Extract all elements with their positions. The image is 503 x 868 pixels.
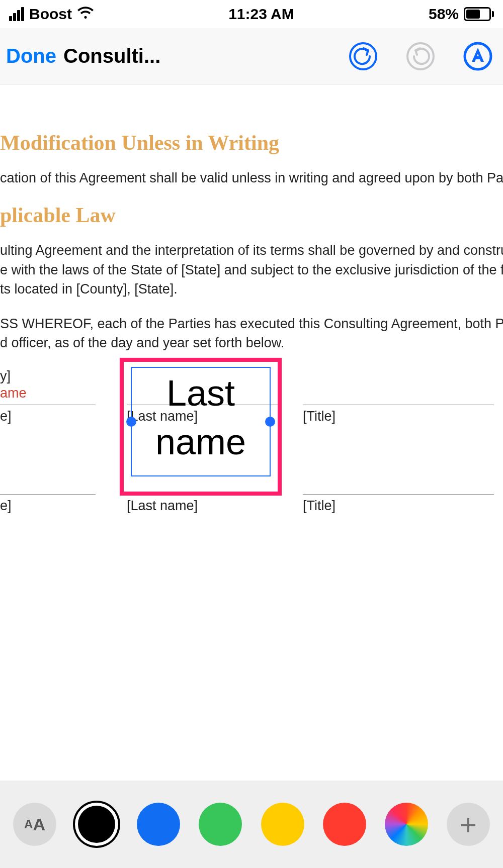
signature-field-label: e] xyxy=(0,498,12,514)
color-swatch-custom[interactable] xyxy=(385,803,428,846)
body-text: SS WHEREOF, each of the Parties has exec… xyxy=(0,315,503,333)
undo-button[interactable] xyxy=(348,41,378,71)
status-left: Boost xyxy=(9,6,94,23)
battery-pct: 58% xyxy=(429,6,459,23)
document-canvas[interactable]: Modification Unless in Writing cation of… xyxy=(0,84,503,781)
textbox-content[interactable]: Last name xyxy=(133,369,269,466)
add-annotation-button[interactable]: + xyxy=(447,803,490,846)
signature-line xyxy=(303,494,494,495)
color-swatch-red[interactable] xyxy=(323,803,366,846)
signal-icon xyxy=(9,7,24,21)
body-text: ts located in [County], [State]. xyxy=(0,280,503,298)
editor-toolbar: Done Consulti... xyxy=(0,28,503,84)
text-style-button[interactable]: AA xyxy=(13,803,56,846)
document-title[interactable]: Consulti... xyxy=(63,45,160,67)
signature-line xyxy=(303,405,494,405)
signature-field-label: [Last name] xyxy=(127,498,198,514)
signature-field-label: e] xyxy=(0,409,12,424)
body-text: d officer, as of the day and year set fo… xyxy=(0,334,503,352)
battery-icon xyxy=(464,7,494,21)
text-style-small-a: A xyxy=(24,817,33,831)
color-swatch-green[interactable] xyxy=(199,803,242,846)
signature-placeholder-red: ame xyxy=(0,385,27,401)
color-swatch-yellow[interactable] xyxy=(261,803,304,846)
wifi-icon xyxy=(77,6,94,23)
carrier-label: Boost xyxy=(29,6,72,23)
body-text: cation of this Agreement shall be valid … xyxy=(0,169,503,187)
signature-line xyxy=(0,494,96,495)
signature-field-label: [Title] xyxy=(303,498,336,514)
section-heading-modification: Modification Unless in Writing xyxy=(0,131,503,155)
signature-field-label: [Title] xyxy=(303,409,336,424)
section-heading-law: plicable Law xyxy=(0,203,503,227)
status-bar: Boost 11:23 AM 58% xyxy=(0,0,503,28)
color-swatch-black[interactable] xyxy=(75,803,118,846)
status-right: 58% xyxy=(429,6,494,23)
color-swatch-blue[interactable] xyxy=(137,803,180,846)
signature-placeholder: y] xyxy=(0,368,11,384)
text-style-big-a: A xyxy=(33,815,45,834)
done-button[interactable]: Done xyxy=(6,45,56,67)
markup-bottom-bar: AA + xyxy=(0,781,503,868)
markup-tool-button[interactable] xyxy=(463,41,493,71)
body-text: ulting Agreement and the interpretation … xyxy=(0,241,503,259)
status-time: 11:23 AM xyxy=(228,6,294,23)
body-text: e with the laws of the State of [State] … xyxy=(0,261,503,279)
signature-line xyxy=(0,405,96,405)
redo-button[interactable] xyxy=(405,41,436,71)
